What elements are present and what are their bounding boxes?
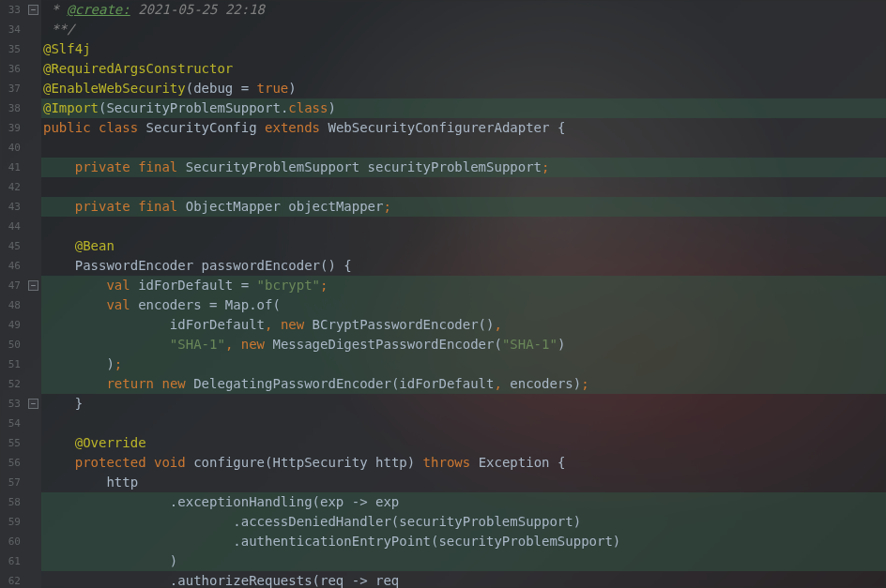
code-token: @Slf4j <box>43 41 91 56</box>
code-line[interactable]: protected void configure(HttpSecurity ht… <box>41 453 886 473</box>
code-token: class <box>99 120 146 135</box>
code-token: idForDefault = <box>138 278 256 293</box>
line-number: 39 <box>0 118 21 138</box>
line-number: 40 <box>0 138 21 158</box>
line-number: 54 <box>0 414 21 433</box>
code-token: new <box>281 317 313 332</box>
code-token: SecurityConfig <box>146 120 265 135</box>
line-number: 49 <box>0 315 21 335</box>
code-token <box>43 238 75 253</box>
code-line[interactable]: val encoders = Map.of( <box>41 295 886 315</box>
code-token: .authorizeRequests(req -> req <box>43 573 399 588</box>
line-number: 53 <box>0 394 21 414</box>
code-token: } <box>43 396 83 411</box>
code-token: @Bean <box>75 238 115 253</box>
code-token: final <box>138 159 186 174</box>
code-token: MessageDigestPasswordEncoder( <box>272 337 501 352</box>
code-line[interactable] <box>41 217 886 236</box>
line-number: 38 <box>0 98 21 118</box>
code-line[interactable]: PasswordEncoder passwordEncoder() { <box>41 256 886 276</box>
code-token: "SHA-1" <box>502 337 558 352</box>
code-editor: 3334353637383940414243444546474849505152… <box>0 0 886 588</box>
line-number: 42 <box>0 177 21 197</box>
code-line[interactable]: @Bean <box>41 236 886 256</box>
fold-toggle-icon[interactable]: − <box>28 280 38 291</box>
code-line[interactable]: return new DelegatingPasswordEncoder(idF… <box>41 374 886 394</box>
code-token: idForDefault <box>43 317 265 332</box>
code-token: encoders) <box>510 376 581 391</box>
line-number: 45 <box>0 236 21 256</box>
code-token: @Override <box>75 435 146 450</box>
code-line[interactable]: .authorizeRequests(req -> req <box>41 571 886 588</box>
line-number: 34 <box>0 20 21 39</box>
code-token: new <box>241 337 273 352</box>
code-line[interactable]: * @create: 2021-05-25 22:18 <box>41 0 886 20</box>
code-token: , <box>265 317 281 332</box>
line-number: 41 <box>0 158 21 177</box>
code-line[interactable] <box>41 177 886 197</box>
line-number: 62 <box>0 571 21 588</box>
code-token: BCryptPasswordEncoder() <box>313 317 495 332</box>
code-line[interactable]: http <box>41 473 886 492</box>
line-number: 57 <box>0 473 21 492</box>
code-token: public <box>43 120 99 135</box>
line-number: 33 <box>0 0 21 20</box>
code-line[interactable]: private final SecurityProblemSupport sec… <box>41 158 886 177</box>
fold-toggle-icon[interactable]: − <box>28 5 38 15</box>
code-token: ) <box>43 553 177 568</box>
code-token: ; <box>581 376 588 391</box>
code-token: WebSecurityConfigurerAdapter { <box>328 120 565 135</box>
line-number: 56 <box>0 453 21 473</box>
code-token <box>43 297 106 312</box>
code-token: return <box>106 376 161 391</box>
code-token: **/ <box>43 22 75 37</box>
code-token: final <box>138 199 186 214</box>
code-token: (SecurityProblemSupport. <box>99 100 288 115</box>
code-token: val <box>106 297 138 312</box>
code-line[interactable]: .accessDeniedHandler(securityProblemSupp… <box>41 512 886 532</box>
code-line[interactable]: @RequiredArgsConstructor <box>41 59 886 79</box>
code-area[interactable]: * @create: 2021-05-25 22:18 **/@Slf4j@Re… <box>41 0 886 588</box>
line-number: 52 <box>0 374 21 394</box>
code-token: , <box>494 376 510 391</box>
code-token: DelegatingPasswordEncoder(idForDefault <box>193 376 494 391</box>
code-token: private <box>75 199 138 214</box>
code-token: http <box>43 475 138 490</box>
code-token: SecurityProblemSupport securityProblemSu… <box>186 159 542 174</box>
code-line[interactable]: idForDefault, new BCryptPasswordEncoder(… <box>41 315 886 335</box>
code-line[interactable] <box>41 414 886 433</box>
code-line[interactable]: .exceptionHandling(exp -> exp <box>41 492 886 512</box>
code-line[interactable]: @Override <box>41 433 886 453</box>
code-token <box>43 435 75 450</box>
code-line[interactable]: public class SecurityConfig extends WebS… <box>41 118 886 138</box>
code-token <box>43 455 75 470</box>
code-line[interactable]: } <box>41 394 886 414</box>
code-token <box>43 278 106 293</box>
code-token: true <box>257 81 289 96</box>
code-line[interactable]: private final ObjectMapper objectMapper; <box>41 197 886 217</box>
code-line[interactable]: @EnableWebSecurity(debug = true) <box>41 79 886 98</box>
code-line[interactable]: @Import(SecurityProblemSupport.class) <box>41 98 886 118</box>
fold-column: −−− <box>26 0 41 588</box>
code-token: ; <box>320 278 328 293</box>
code-token: "bcrypt" <box>257 278 320 293</box>
code-line[interactable]: **/ <box>41 20 886 39</box>
fold-toggle-icon[interactable]: − <box>28 399 38 409</box>
code-token: * <box>43 2 67 17</box>
code-line[interactable]: val idForDefault = "bcrypt"; <box>41 276 886 295</box>
code-line[interactable]: @Slf4j <box>41 39 886 59</box>
code-line[interactable]: .authenticationEntryPoint(securityProble… <box>41 532 886 551</box>
code-line[interactable]: "SHA-1", new MessageDigestPasswordEncode… <box>41 335 886 354</box>
code-token: @EnableWebSecurity <box>43 81 186 96</box>
line-number: 58 <box>0 492 21 512</box>
code-line[interactable]: ) <box>41 551 886 571</box>
code-token: ) <box>288 81 296 96</box>
code-line[interactable]: ); <box>41 354 886 374</box>
code-token: private <box>75 159 138 174</box>
code-token: ) <box>558 337 565 352</box>
code-token: void <box>154 455 193 470</box>
code-token: .authenticationEntryPoint(securityProble… <box>43 534 620 549</box>
code-token: val <box>106 278 138 293</box>
code-line[interactable] <box>41 138 886 158</box>
code-token: @Import <box>43 100 99 115</box>
